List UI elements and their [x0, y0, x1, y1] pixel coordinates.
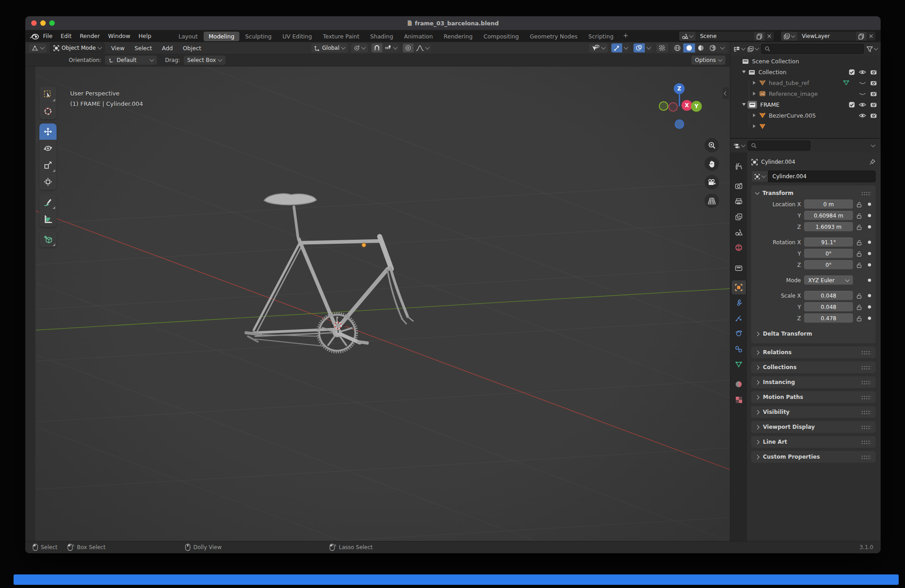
eye-open-icon[interactable]	[859, 102, 866, 107]
disclosure-closed-icon[interactable]	[753, 114, 756, 117]
snap-target-dropdown[interactable]	[382, 43, 399, 52]
rotate-tool[interactable]	[39, 140, 57, 156]
cursor-tool[interactable]	[39, 103, 57, 119]
tab-render[interactable]	[732, 179, 746, 193]
gizmo-y-axis[interactable]: Y	[691, 101, 702, 112]
tab-modifiers[interactable]	[732, 296, 746, 310]
animate-dot-icon[interactable]	[868, 214, 871, 217]
navigation-gizmo[interactable]: Z X Y	[644, 75, 716, 133]
outliner-display-mode-dropdown[interactable]	[748, 46, 758, 52]
proportional-falloff-dropdown[interactable]	[414, 43, 431, 52]
object-id-browse-button[interactable]	[751, 171, 768, 182]
lock-icon[interactable]	[856, 213, 862, 219]
lock-icon[interactable]	[856, 262, 862, 268]
panel-motion-paths[interactable]: Motion Paths	[751, 391, 876, 403]
remove-viewlayer-button[interactable]	[867, 32, 876, 41]
pin-icon[interactable]	[869, 159, 876, 165]
outliner-filter-dropdown[interactable]	[867, 46, 877, 52]
drag-setting-dropdown[interactable]: Select Box	[184, 56, 225, 65]
editor-type-dropdown[interactable]	[29, 43, 47, 52]
panel-viewport-display[interactable]: Viewport Display	[751, 421, 876, 433]
outliner-row-reference-image[interactable]: Reference_image	[730, 88, 881, 99]
tab-uv-editing[interactable]: UV Editing	[277, 32, 317, 41]
add-workspace-button[interactable]: +	[619, 32, 632, 41]
scale-y-field[interactable]: 0.048	[804, 302, 853, 312]
tab-modeling[interactable]: Modeling	[204, 32, 239, 41]
animate-dot-icon[interactable]	[868, 279, 871, 282]
rotation-y-field[interactable]: 0°	[804, 249, 853, 258]
rotation-x-field[interactable]: 91.1°	[804, 237, 853, 247]
disclosure-open-icon[interactable]	[742, 71, 746, 73]
camera-visibility-icon[interactable]	[870, 80, 877, 85]
shading-rendered-button[interactable]	[707, 43, 719, 52]
camera-view-button[interactable]	[705, 175, 719, 190]
drag-handle-icon[interactable]	[861, 191, 871, 195]
snap-toggle[interactable]	[372, 43, 382, 52]
menu-window[interactable]: Window	[104, 30, 134, 42]
tab-scene[interactable]	[732, 225, 746, 239]
mode-dropdown[interactable]: Object Mode	[50, 43, 105, 53]
pivot-point-dropdown[interactable]	[351, 43, 368, 52]
animate-dot-icon[interactable]	[868, 203, 871, 206]
add-cube-tool[interactable]	[39, 231, 57, 247]
panel-relations[interactable]: Relations	[751, 346, 876, 358]
tab-tool[interactable]	[732, 159, 746, 173]
viewlayer-name[interactable]: ViewLayer	[797, 33, 856, 39]
eye-open-icon[interactable]	[859, 70, 866, 75]
scene-browse-button[interactable]	[679, 32, 695, 41]
overlays-dropdown[interactable]	[645, 43, 653, 52]
eye-open-icon[interactable]	[859, 113, 866, 118]
menu-file[interactable]: File	[39, 30, 57, 42]
drag-handle-icon[interactable]	[861, 440, 871, 444]
annotate-tool[interactable]	[39, 194, 57, 210]
drag-handle-icon[interactable]	[861, 395, 871, 399]
sidebar-toggle[interactable]	[723, 87, 729, 99]
tab-material[interactable]	[732, 377, 746, 391]
gizmo-z-axis[interactable]: Z	[674, 83, 685, 94]
tab-world[interactable]	[732, 241, 746, 255]
measure-tool[interactable]	[39, 211, 57, 227]
drag-handle-icon[interactable]	[861, 365, 871, 370]
outliner-row-beziercurve[interactable]: BezierCurve.005	[730, 110, 881, 121]
lock-icon[interactable]	[856, 315, 862, 322]
shading-material-button[interactable]	[695, 43, 707, 52]
shading-wireframe-button[interactable]	[672, 43, 683, 52]
scale-tool[interactable]	[39, 157, 57, 173]
location-y-field[interactable]: 0.60984 m	[804, 211, 853, 220]
menu-object[interactable]: Object	[180, 45, 205, 52]
location-z-field[interactable]: 1.6093 m	[804, 222, 853, 232]
zoom-button[interactable]	[705, 138, 719, 152]
lock-icon[interactable]	[856, 304, 862, 310]
menu-help[interactable]: Help	[134, 30, 156, 42]
animate-dot-icon[interactable]	[868, 317, 871, 320]
panel-collections[interactable]: Collections	[751, 361, 876, 373]
camera-visibility-icon[interactable]	[870, 69, 877, 75]
tab-object-data[interactable]	[732, 357, 746, 371]
menu-render[interactable]: Render	[76, 30, 104, 42]
scale-x-field[interactable]: 0.048	[804, 291, 853, 300]
eye-closed-icon[interactable]	[859, 81, 866, 85]
tab-compositing[interactable]: Compositing	[478, 32, 524, 41]
menu-view[interactable]: View	[108, 45, 128, 52]
lock-icon[interactable]	[856, 239, 862, 246]
minimize-window-button[interactable]	[40, 20, 46, 26]
tab-particles[interactable]	[732, 311, 746, 325]
tab-sculpting[interactable]: Sculpting	[240, 32, 276, 41]
drag-handle-icon[interactable]	[861, 410, 871, 414]
xray-toggle[interactable]	[656, 43, 668, 52]
properties-options-dropdown[interactable]	[871, 143, 876, 147]
move-tool[interactable]	[39, 123, 57, 140]
animate-dot-icon[interactable]	[868, 241, 871, 244]
tab-view-layer[interactable]	[732, 210, 746, 224]
lock-icon[interactable]	[856, 201, 862, 208]
new-scene-button[interactable]	[754, 32, 765, 41]
drag-handle-icon[interactable]	[861, 455, 871, 459]
disclosure-closed-icon[interactable]	[753, 124, 756, 128]
tab-object[interactable]	[732, 280, 746, 294]
tab-shading[interactable]: Shading	[365, 32, 398, 41]
close-window-button[interactable]	[31, 20, 37, 26]
checkbox-checked-icon[interactable]	[849, 69, 855, 75]
animate-dot-icon[interactable]	[868, 225, 871, 228]
panel-visibility[interactable]: Visibility	[751, 406, 876, 418]
transform-panel-header[interactable]: Transform	[756, 188, 871, 199]
